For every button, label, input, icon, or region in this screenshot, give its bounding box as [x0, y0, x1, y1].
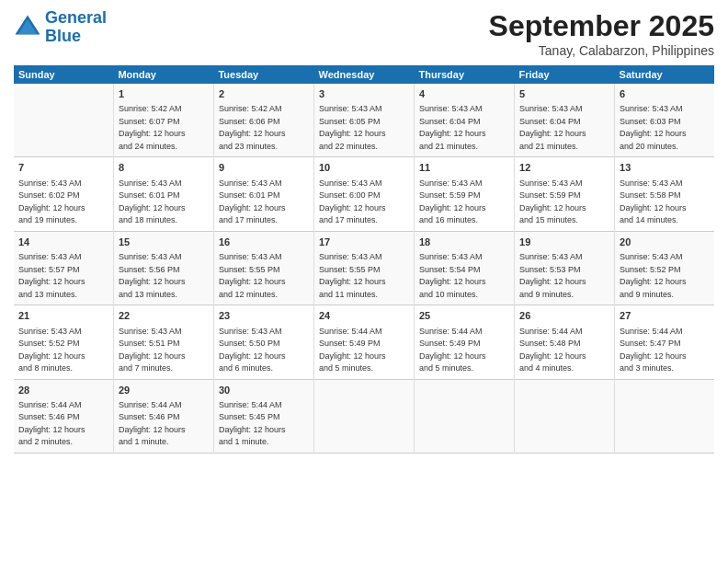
day-number: 16 — [219, 236, 309, 249]
calendar-cell: 22Sunrise: 5:43 AM Sunset: 5:51 PM Dayli… — [113, 305, 213, 379]
day-number: 12 — [519, 161, 609, 175]
day-number: 23 — [219, 309, 309, 323]
cell-data: Sunrise: 5:43 AM Sunset: 6:01 PM Dayligh… — [219, 178, 309, 227]
day-number: 28 — [18, 384, 108, 397]
calendar-cell: 27Sunrise: 5:44 AM Sunset: 5:47 PM Dayli… — [615, 305, 714, 379]
col-header-friday: Friday — [515, 65, 615, 84]
calendar-cell — [414, 379, 514, 453]
calendar-cell: 15Sunrise: 5:43 AM Sunset: 5:56 PM Dayli… — [113, 231, 213, 304]
cell-data: Sunrise: 5:43 AM Sunset: 6:04 PM Dayligh… — [519, 103, 609, 153]
cell-data: Sunrise: 5:43 AM Sunset: 5:54 PM Dayligh… — [419, 251, 509, 301]
header-row: SundayMondayTuesdayWednesdayThursdayFrid… — [14, 65, 714, 84]
calendar-cell: 14Sunrise: 5:43 AM Sunset: 5:57 PM Dayli… — [14, 231, 113, 304]
calendar-cell: 5Sunrise: 5:43 AM Sunset: 6:04 PM Daylig… — [515, 84, 615, 157]
cell-data: Sunrise: 5:43 AM Sunset: 5:59 PM Dayligh… — [419, 178, 509, 227]
cell-data: Sunrise: 5:43 AM Sunset: 5:58 PM Dayligh… — [620, 178, 710, 227]
day-number: 13 — [620, 161, 710, 175]
cell-data: Sunrise: 5:44 AM Sunset: 5:46 PM Dayligh… — [119, 399, 209, 449]
calendar-cell — [615, 379, 714, 453]
day-number: 2 — [219, 87, 309, 101]
cell-data: Sunrise: 5:43 AM Sunset: 5:53 PM Dayligh… — [519, 251, 609, 301]
calendar-table: SundayMondayTuesdayWednesdayThursdayFrid… — [14, 65, 714, 454]
calendar-cell — [313, 379, 414, 453]
calendar-cell: 13Sunrise: 5:43 AM Sunset: 5:58 PM Dayli… — [615, 157, 714, 231]
calendar-cell: 24Sunrise: 5:44 AM Sunset: 5:49 PM Dayli… — [313, 305, 414, 379]
day-number: 21 — [18, 309, 108, 323]
cell-data: Sunrise: 5:43 AM Sunset: 5:57 PM Dayligh… — [18, 251, 108, 301]
logo: General Blue — [14, 9, 107, 46]
col-header-tuesday: Tuesday — [213, 65, 313, 84]
calendar-cell: 2Sunrise: 5:42 AM Sunset: 6:06 PM Daylig… — [213, 84, 313, 157]
calendar-cell: 29Sunrise: 5:44 AM Sunset: 5:46 PM Dayli… — [113, 379, 213, 453]
calendar-cell: 18Sunrise: 5:43 AM Sunset: 5:54 PM Dayli… — [414, 231, 514, 304]
week-row-4: 21Sunrise: 5:43 AM Sunset: 5:52 PM Dayli… — [14, 305, 714, 379]
header: General Blue September 2025 Tanay, Calab… — [14, 9, 714, 58]
calendar-cell — [515, 379, 615, 453]
calendar-cell: 20Sunrise: 5:43 AM Sunset: 5:52 PM Dayli… — [615, 231, 714, 304]
cell-data: Sunrise: 5:44 AM Sunset: 5:48 PM Dayligh… — [519, 326, 609, 375]
cell-data: Sunrise: 5:43 AM Sunset: 5:52 PM Dayligh… — [620, 251, 710, 301]
day-number: 20 — [620, 236, 710, 249]
cell-data: Sunrise: 5:43 AM Sunset: 5:59 PM Dayligh… — [519, 178, 609, 227]
day-number: 24 — [319, 309, 409, 323]
cell-data: Sunrise: 5:44 AM Sunset: 5:46 PM Dayligh… — [18, 399, 108, 449]
cell-data: Sunrise: 5:43 AM Sunset: 6:01 PM Dayligh… — [119, 178, 209, 227]
cell-data: Sunrise: 5:43 AM Sunset: 6:02 PM Dayligh… — [18, 178, 108, 227]
col-header-wednesday: Wednesday — [313, 65, 414, 84]
calendar-cell: 6Sunrise: 5:43 AM Sunset: 6:03 PM Daylig… — [615, 84, 714, 157]
calendar-cell: 4Sunrise: 5:43 AM Sunset: 6:04 PM Daylig… — [414, 84, 514, 157]
logo-icon — [14, 14, 41, 41]
calendar-cell: 3Sunrise: 5:43 AM Sunset: 6:05 PM Daylig… — [313, 84, 414, 157]
title-block: September 2025 Tanay, Calabarzon, Philip… — [489, 9, 714, 58]
cell-data: Sunrise: 5:44 AM Sunset: 5:49 PM Dayligh… — [419, 326, 509, 375]
cell-data: Sunrise: 5:43 AM Sunset: 5:50 PM Dayligh… — [219, 326, 309, 375]
day-number: 17 — [319, 236, 409, 249]
day-number: 3 — [319, 87, 409, 101]
day-number: 22 — [119, 309, 209, 323]
col-header-saturday: Saturday — [615, 65, 714, 84]
calendar-cell: 28Sunrise: 5:44 AM Sunset: 5:46 PM Dayli… — [14, 379, 113, 453]
day-number: 29 — [119, 384, 209, 397]
calendar-cell: 23Sunrise: 5:43 AM Sunset: 5:50 PM Dayli… — [213, 305, 313, 379]
day-number: 30 — [219, 384, 309, 397]
week-row-1: 1Sunrise: 5:42 AM Sunset: 6:07 PM Daylig… — [14, 84, 714, 157]
calendar-cell: 8Sunrise: 5:43 AM Sunset: 6:01 PM Daylig… — [113, 157, 213, 231]
calendar-cell: 30Sunrise: 5:44 AM Sunset: 5:45 PM Dayli… — [213, 379, 313, 453]
cell-data: Sunrise: 5:44 AM Sunset: 5:49 PM Dayligh… — [319, 326, 409, 375]
calendar-cell: 16Sunrise: 5:43 AM Sunset: 5:55 PM Dayli… — [213, 231, 313, 304]
col-header-thursday: Thursday — [414, 65, 514, 84]
subtitle: Tanay, Calabarzon, Philippines — [489, 43, 714, 58]
day-number: 19 — [519, 236, 609, 249]
cell-data: Sunrise: 5:43 AM Sunset: 5:51 PM Dayligh… — [119, 326, 209, 375]
cell-data: Sunrise: 5:43 AM Sunset: 5:56 PM Dayligh… — [119, 251, 209, 301]
cell-data: Sunrise: 5:43 AM Sunset: 6:03 PM Dayligh… — [620, 103, 710, 153]
calendar-cell: 17Sunrise: 5:43 AM Sunset: 5:55 PM Dayli… — [313, 231, 414, 304]
day-number: 26 — [519, 309, 609, 323]
day-number: 15 — [119, 236, 209, 249]
cell-data: Sunrise: 5:43 AM Sunset: 5:55 PM Dayligh… — [219, 251, 309, 301]
col-header-sunday: Sunday — [14, 65, 113, 84]
calendar-cell: 11Sunrise: 5:43 AM Sunset: 5:59 PM Dayli… — [414, 157, 514, 231]
cell-data: Sunrise: 5:43 AM Sunset: 6:05 PM Dayligh… — [319, 103, 409, 153]
cell-data: Sunrise: 5:43 AM Sunset: 6:00 PM Dayligh… — [319, 178, 409, 227]
calendar-cell: 10Sunrise: 5:43 AM Sunset: 6:00 PM Dayli… — [313, 157, 414, 231]
calendar-cell: 26Sunrise: 5:44 AM Sunset: 5:48 PM Dayli… — [515, 305, 615, 379]
week-row-5: 28Sunrise: 5:44 AM Sunset: 5:46 PM Dayli… — [14, 379, 714, 453]
col-header-monday: Monday — [113, 65, 213, 84]
cell-data: Sunrise: 5:44 AM Sunset: 5:45 PM Dayligh… — [219, 399, 309, 449]
calendar-cell: 21Sunrise: 5:43 AM Sunset: 5:52 PM Dayli… — [14, 305, 113, 379]
cell-data: Sunrise: 5:44 AM Sunset: 5:47 PM Dayligh… — [620, 326, 710, 375]
calendar-cell: 19Sunrise: 5:43 AM Sunset: 5:53 PM Dayli… — [515, 231, 615, 304]
day-number: 25 — [419, 309, 509, 323]
day-number: 18 — [419, 236, 509, 249]
day-number: 27 — [620, 309, 710, 323]
day-number: 1 — [119, 87, 209, 101]
day-number: 11 — [419, 161, 509, 175]
calendar-cell: 25Sunrise: 5:44 AM Sunset: 5:49 PM Dayli… — [414, 305, 514, 379]
page: General Blue September 2025 Tanay, Calab… — [0, 0, 728, 563]
calendar-cell — [14, 84, 113, 157]
calendar-cell: 1Sunrise: 5:42 AM Sunset: 6:07 PM Daylig… — [113, 84, 213, 157]
day-number: 6 — [620, 87, 710, 101]
calendar-cell: 12Sunrise: 5:43 AM Sunset: 5:59 PM Dayli… — [515, 157, 615, 231]
logo-line2: Blue — [45, 27, 81, 45]
